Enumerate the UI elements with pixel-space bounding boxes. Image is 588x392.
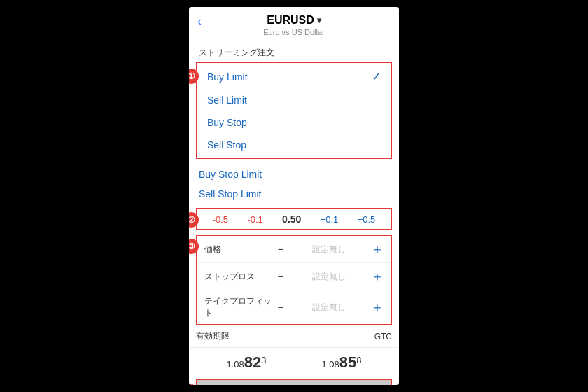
- qty-plus-0-1[interactable]: +0.1: [321, 214, 339, 225]
- takeprofit-plus[interactable]: ＋: [371, 299, 384, 316]
- order-type-sell-stop[interactable]: Sell Stop: [197, 134, 391, 156]
- qty-minus-0-1[interactable]: -0.1: [247, 214, 262, 225]
- bid-price: 1.08823: [226, 354, 266, 372]
- stoploss-minus[interactable]: －: [275, 270, 286, 284]
- fields-box: 価格 － 設定無し ＋ ストップロス － 設定無し ＋ テイクプロフィット － …: [196, 234, 392, 326]
- validity-label: 有効期限: [196, 330, 374, 342]
- price-label: 価格: [204, 244, 275, 255]
- order-type-buy-limit[interactable]: Buy Limit ✓: [197, 64, 391, 89]
- order-type-buy-stop[interactable]: Buy Stop: [197, 111, 391, 134]
- bid-prefix: 1.08: [226, 359, 244, 370]
- ask-sup: 8: [356, 355, 361, 365]
- validity-value: GTC: [374, 332, 392, 342]
- header: ‹ EURUSD ▾ Euro vs US Dollar: [189, 7, 399, 41]
- back-button[interactable]: ‹: [197, 14, 202, 29]
- bid-sup: 3: [261, 355, 266, 365]
- header-subtitle: Euro vs US Dollar: [189, 28, 399, 36]
- section-label: ストリーミング注文: [189, 41, 399, 62]
- takeprofit-minus[interactable]: －: [275, 300, 286, 315]
- order-type-sell-stop-limit[interactable]: Sell Stop Limit: [189, 184, 399, 204]
- validity-row: 有効期限 GTC: [189, 326, 399, 347]
- price-row: 価格 － 設定無し ＋: [197, 236, 391, 263]
- price-value: 設定無し: [293, 244, 364, 255]
- header-title: EURUSD ▾: [189, 14, 399, 27]
- price-display-row: 1.08823 1.08858: [189, 347, 399, 376]
- bid-big: 82: [244, 354, 261, 371]
- order-button[interactable]: 発注: [197, 380, 391, 385]
- price-plus[interactable]: ＋: [371, 241, 384, 258]
- takeprofit-label: テイクプロフィット: [204, 295, 275, 319]
- order-btn-wrapper: 発注: [196, 379, 392, 385]
- qty-box: -0.5 -0.1 0.50 +0.1 +0.5: [196, 208, 392, 230]
- stoploss-row: ストップロス － 設定無し ＋: [197, 263, 391, 290]
- stoploss-label: ストップロス: [204, 271, 275, 283]
- stoploss-plus[interactable]: ＋: [371, 268, 384, 285]
- order-type-buy-stop-limit[interactable]: Buy Stop Limit: [189, 164, 399, 184]
- order-type-sell-limit[interactable]: Sell Limit: [197, 89, 391, 111]
- currency-pair: EURUSD: [267, 14, 314, 27]
- order-type-box: Buy Limit ✓ Sell Limit Buy Stop Sell Sto…: [196, 62, 392, 159]
- ask-prefix: 1.08: [321, 359, 339, 370]
- qty-center: 0.50: [282, 214, 301, 225]
- price-minus[interactable]: －: [275, 242, 286, 257]
- ask-big: 85: [340, 354, 356, 371]
- dropdown-arrow-icon[interactable]: ▾: [317, 15, 321, 25]
- ask-price: 1.08858: [321, 354, 361, 372]
- qty-row: -0.5 -0.1 0.50 +0.1 +0.5: [197, 209, 391, 229]
- checkmark-icon: ✓: [372, 70, 381, 83]
- phone-container: ‹ EURUSD ▾ Euro vs US Dollar ストリーミング注文 ①…: [189, 7, 399, 385]
- takeprofit-row: テイクプロフィット － 設定無し ＋: [197, 290, 391, 324]
- takeprofit-value: 設定無し: [293, 302, 364, 314]
- stoploss-value: 設定無し: [293, 271, 364, 283]
- qty-plus-0-5[interactable]: +0.5: [358, 214, 376, 225]
- qty-minus-0-5[interactable]: -0.5: [213, 214, 228, 225]
